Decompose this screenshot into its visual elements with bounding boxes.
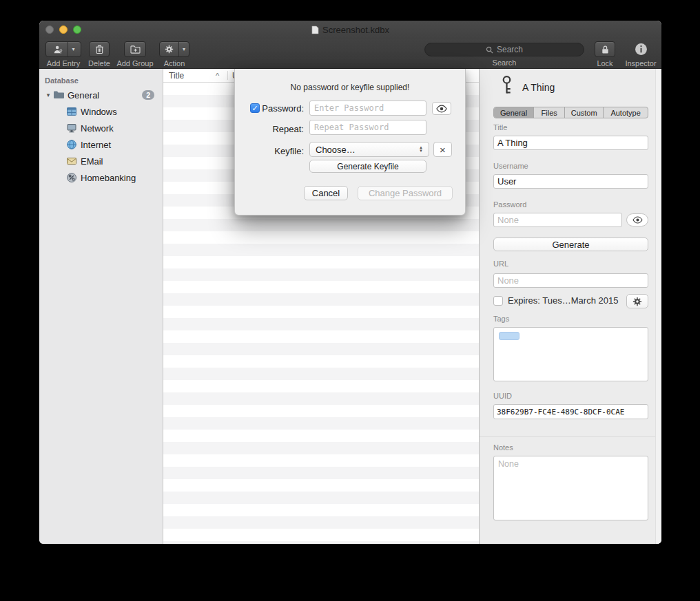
delete-button[interactable] [89, 41, 110, 57]
key-icon [500, 75, 513, 95]
add-group-button[interactable] [124, 41, 146, 57]
keyfile-label: Keyfile: [258, 146, 304, 156]
sidebar-item-windows[interactable]: Windows [39, 103, 163, 120]
inspector-tabs: General Files Custom Autotype [493, 107, 648, 118]
trash-icon [95, 44, 104, 54]
windows-icon [66, 106, 77, 117]
toolbar-item-inspector: Inspector [621, 41, 660, 67]
add-entry-dropdown-segment[interactable]: ▾ [68, 42, 78, 56]
tab-custom[interactable]: Custom [564, 107, 603, 118]
envelope-icon [66, 156, 77, 167]
tags-field[interactable] [493, 327, 648, 381]
clear-keyfile-button[interactable]: × [433, 142, 452, 157]
person-key-icon [53, 45, 63, 54]
clear-x-icon: × [440, 144, 446, 156]
url-field[interactable] [493, 273, 648, 288]
change-password-button[interactable]: Change Password [358, 186, 453, 200]
disclosure-triangle-icon[interactable]: ▾ [43, 92, 53, 98]
window-title: Screenshot.kdbx [39, 21, 661, 39]
password-field[interactable] [493, 213, 622, 227]
toolbar-item-add-group: Add Group [114, 41, 156, 67]
minimize-button[interactable] [59, 25, 68, 34]
add-entry-button[interactable]: ▾ [45, 41, 81, 57]
screen: Screenshot.kdbx ▾ [0, 0, 700, 601]
zoom-button[interactable] [73, 25, 81, 34]
notes-field[interactable] [493, 456, 648, 520]
tag-chip[interactable] [499, 332, 519, 340]
globe-icon [66, 139, 77, 150]
window-title-text: Screenshot.kdbx [322, 25, 389, 35]
app-window: Screenshot.kdbx ▾ [39, 21, 661, 544]
folder-plus-icon [130, 45, 141, 54]
uuid-field-label: UUID [493, 392, 512, 400]
sidebar-item-email[interactable]: EMail [39, 153, 163, 169]
url-field-label: URL [493, 260, 508, 268]
monitor-icon [66, 123, 77, 134]
tab-autotype[interactable]: Autotype [603, 107, 648, 118]
expires-label: Expires: Tues…March 2015 [508, 295, 618, 306]
folder-icon [53, 89, 64, 101]
add-group-label: Add Group [116, 59, 153, 67]
sidebar-item-internet[interactable]: Internet [39, 136, 163, 153]
toolbar-item-search: Search Search [422, 41, 586, 67]
action-main-segment[interactable] [160, 42, 178, 56]
gear-icon [165, 45, 174, 54]
title-field-label: Title [493, 123, 507, 131]
chevron-down-icon: ▾ [183, 46, 185, 52]
lock-label: Lock [597, 59, 612, 67]
username-field[interactable] [493, 174, 648, 189]
chevron-down-icon: ▾ [72, 46, 74, 52]
toolbar-item-delete: Delete [85, 41, 114, 67]
tab-general[interactable]: General [494, 107, 533, 118]
repeat-label: Repeat: [258, 124, 304, 134]
column-header-title[interactable]: Title [169, 71, 184, 81]
inspector-toggle-button[interactable] [635, 41, 648, 57]
password-field-label: Password [493, 200, 526, 209]
search-input[interactable]: Search [424, 43, 584, 56]
sidebar-item-homebanking[interactable]: Homebanking [39, 169, 163, 186]
eye-icon [632, 216, 644, 224]
sidebar-item-label: Internet [81, 140, 111, 150]
username-field-label: Username [493, 162, 528, 170]
cancel-button[interactable]: Cancel [304, 186, 348, 200]
inspector-panel: A Thing General Files Custom Autotype Ti… [479, 69, 661, 544]
repeat-password-input[interactable] [309, 120, 426, 135]
expires-checkbox[interactable] [493, 296, 503, 306]
sidebar: Database ▾ General 2 W [39, 69, 163, 544]
tab-files[interactable]: Files [533, 107, 564, 118]
document-icon [311, 25, 319, 34]
toolbar-item-action: ▾ Action [158, 41, 191, 67]
password-input[interactable] [309, 101, 426, 116]
action-dropdown-segment[interactable]: ▾ [178, 42, 189, 56]
action-button[interactable]: ▾ [159, 41, 189, 57]
search-placeholder: Search [497, 45, 523, 54]
sidebar-section-header: Database [39, 74, 163, 87]
sidebar-item-network[interactable]: Network [39, 120, 163, 136]
sidebar-item-label: Network [81, 123, 114, 134]
show-password-button[interactable] [432, 102, 451, 115]
inspector-scrollbar[interactable] [655, 69, 661, 544]
uuid-field[interactable] [493, 404, 648, 419]
entry-count-badge: 2 [142, 90, 154, 100]
sidebar-item-label: Windows [81, 107, 117, 117]
sidebar-group-general[interactable]: ▾ General 2 [39, 87, 163, 103]
title-field[interactable] [493, 136, 648, 150]
add-entry-main-segment[interactable] [48, 42, 68, 56]
generate-password-button[interactable]: Generate [493, 238, 648, 251]
popup-chevrons-icon: ▲ ▼ [419, 146, 423, 153]
lock-button[interactable] [595, 41, 615, 57]
chevron-down-icon: ▼ [419, 149, 423, 153]
expires-settings-button[interactable] [626, 294, 648, 308]
tags-field-label: Tags [493, 315, 509, 323]
toolbar: ▾ Add Entry Delete [39, 39, 661, 69]
keyfile-popup[interactable]: Choose… ▲ ▼ [309, 142, 429, 157]
show-password-button[interactable] [626, 213, 648, 226]
gear-icon [632, 297, 642, 306]
titlebar: Screenshot.kdbx [39, 21, 661, 39]
search-label: Search [493, 59, 517, 67]
password-label: Password: [258, 103, 304, 114]
close-button[interactable] [45, 25, 54, 34]
generate-keyfile-button[interactable]: Generate Keyfile [309, 160, 426, 173]
dialog-message: No password or keyfile supplied! [235, 83, 465, 92]
column-divider[interactable] [227, 71, 228, 80]
